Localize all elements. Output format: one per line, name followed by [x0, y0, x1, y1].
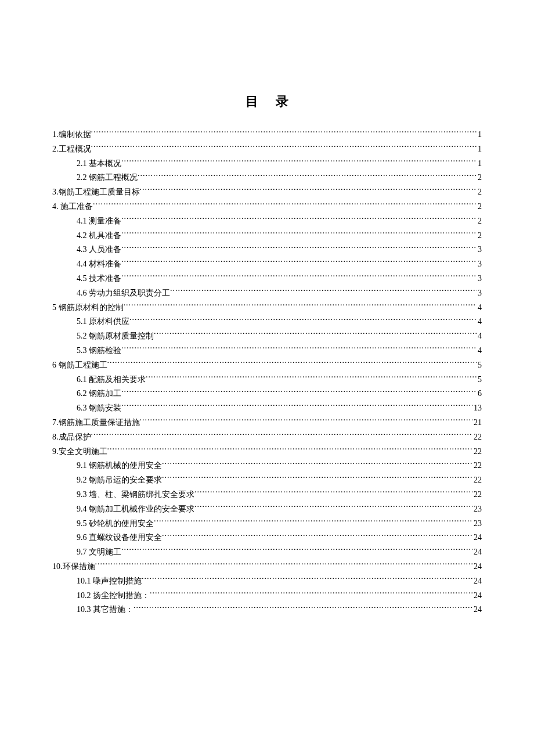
toc-entry-label: 7.钢筋施工质量保证措施 [52, 416, 140, 430]
toc-leader-dots [150, 590, 472, 598]
toc-entry-page: 4 [477, 315, 482, 329]
toc-entry: 5.2 钢筋原材质量控制4 [52, 329, 482, 343]
toc-entry: 9.3 墙、柱、梁钢筋绑扎安全要求22 [52, 488, 482, 502]
toc-leader-dots [140, 417, 473, 425]
toc-entry: 9.5 砂轮机的使用安全23 [52, 517, 482, 531]
toc-leader-dots [134, 604, 472, 612]
toc-entry: 7.钢筋施工质量保证措施21 [52, 416, 482, 430]
toc-leader-dots [121, 215, 477, 224]
toc-leader-dots [121, 230, 477, 238]
toc-leader-dots [140, 186, 477, 195]
toc-entry-label: 10.环保措施 [52, 560, 95, 574]
toc-leader-dots [124, 302, 477, 310]
toc-entry: 4.1 测量准备2 [52, 214, 482, 228]
toc-entry-label: 5.1 原材料供应 [77, 315, 129, 329]
toc-entry-label: 9.5 砂轮机的使用安全 [77, 517, 154, 531]
toc-leader-dots [162, 532, 472, 540]
toc-entry: 10.3 其它措施：24 [52, 603, 482, 617]
toc-entry-label: 2.2 钢筋工程概况 [77, 171, 138, 185]
toc-entry-page: 5 [477, 373, 482, 387]
toc-entry-label: 9.2 钢筋吊运的安全要求 [77, 473, 162, 487]
toc-entry-label: 10.2 扬尘控制措施： [77, 589, 150, 603]
toc-entry-label: 4.3 人员准备 [77, 243, 121, 257]
toc-entry-label: 8.成品保护 [52, 430, 91, 444]
toc-leader-dots [107, 446, 473, 454]
toc-entry-label: 3.钢筋工程施工质量目标 [52, 185, 140, 199]
toc-entry-label: 6 钢筋工程施工 [52, 358, 107, 372]
toc-entry-label: 10.3 其它措施： [77, 603, 134, 617]
toc-entry: 2.1 基本概况1 [52, 157, 482, 171]
toc-entry: 5 钢筋原材料的控制4 [52, 301, 482, 315]
toc-leader-dots [121, 388, 477, 396]
toc-leader-dots [93, 201, 477, 209]
toc-leader-dots [162, 460, 472, 468]
toc-entry-page: 24 [472, 560, 482, 574]
toc-entry: 5.1 原材料供应4 [52, 315, 482, 329]
toc-leader-dots [142, 575, 472, 584]
toc-entry: 4. 施工准备2 [52, 200, 482, 214]
toc-entry-label: 10.1 噪声控制措施 [77, 574, 142, 588]
toc-entry: 10.2 扬尘控制措施：24 [52, 589, 482, 603]
toc-leader-dots [154, 518, 472, 526]
toc-entry-label: 5 钢筋原材料的控制 [52, 301, 124, 315]
toc-entry-page: 3 [477, 272, 482, 286]
toc-entry-page: 2 [477, 200, 482, 214]
toc-entry-page: 2 [477, 171, 482, 185]
toc-entry-label: 9.3 墙、柱、梁钢筋绑扎安全要求 [77, 488, 194, 502]
toc-leader-dots [121, 158, 477, 166]
toc-entry-page: 21 [472, 416, 482, 430]
toc-entry-page: 24 [472, 531, 482, 545]
toc-entry-label: 1.编制依据 [52, 128, 91, 142]
toc-entry-page: 2 [477, 229, 482, 243]
toc-entry-page: 22 [472, 459, 482, 473]
toc-entry: 4.5 技术准备3 [52, 272, 482, 286]
toc-entry-page: 3 [477, 286, 482, 300]
toc-entry-page: 22 [472, 445, 482, 459]
toc-entry-page: 5 [477, 358, 482, 372]
toc-entry: 4.2 机具准备2 [52, 229, 482, 243]
toc-entry: 4.6 劳动力组织及职责分工3 [52, 286, 482, 300]
toc-entry-label: 6.2 钢筋加工 [77, 387, 121, 401]
toc-entry-page: 2 [477, 185, 482, 199]
toc-entry-label: 9.7 文明施工 [77, 545, 121, 559]
toc-entry-label: 4.1 测量准备 [77, 214, 121, 228]
toc-entry-label: 6.1 配筋及相关要求 [77, 373, 146, 387]
toc-entry: 6.1 配筋及相关要求5 [52, 373, 482, 387]
toc-entry: 4.3 人员准备3 [52, 243, 482, 257]
toc-entry: 2.2 钢筋工程概况2 [52, 171, 482, 185]
toc-entry-page: 24 [472, 603, 482, 617]
toc-entry-page: 3 [477, 257, 482, 271]
toc-entry-label: 5.2 钢筋原材质量控制 [77, 329, 154, 343]
toc-leader-dots [170, 287, 477, 296]
toc-entry-page: 2 [477, 214, 482, 228]
toc-entry-label: 6.3 钢筋安装 [77, 401, 121, 415]
toc-entry-label: 2.1 基本概况 [77, 157, 121, 171]
toc-entry: 9.7 文明施工24 [52, 545, 482, 559]
toc-entry-label: 4. 施工准备 [52, 200, 93, 214]
toc-entry-page: 13 [472, 401, 482, 415]
toc-entry: 6.2 钢筋加工 6 [52, 387, 482, 401]
toc-entry: 4.4 材料准备3 [52, 257, 482, 271]
toc-entry-page: 6 [477, 387, 482, 401]
toc-entry-page: 22 [472, 430, 482, 444]
toc-entry-page: 24 [472, 574, 482, 588]
toc-entry-label: 9.1 钢筋机械的使用安全 [77, 459, 162, 473]
toc-entry-page: 4 [477, 329, 482, 343]
toc-entry-page: 1 [477, 128, 482, 142]
toc-entry-page: 24 [472, 545, 482, 559]
toc-leader-dots [154, 330, 477, 339]
toc-entry-page: 1 [477, 157, 482, 171]
toc-leader-dots [91, 431, 473, 440]
toc-leader-dots [146, 374, 477, 382]
toc-entry: 9.4 钢筋加工机械作业的安全要求23 [52, 502, 482, 516]
page-title: 目录 [52, 93, 482, 110]
toc-entry-page: 4 [477, 301, 482, 315]
toc-leader-dots [121, 244, 477, 252]
toc-entry: 3.钢筋工程施工质量目标2 [52, 185, 482, 199]
toc-entry-label: 4.2 机具准备 [77, 229, 121, 243]
toc-entry-page: 23 [472, 502, 482, 516]
toc-entry-page: 3 [477, 243, 482, 257]
toc-entry: 6.3 钢筋安装13 [52, 401, 482, 415]
toc-entry-label: 9.6 直螺纹设备使用安全 [77, 531, 162, 545]
toc-leader-dots [129, 316, 477, 324]
